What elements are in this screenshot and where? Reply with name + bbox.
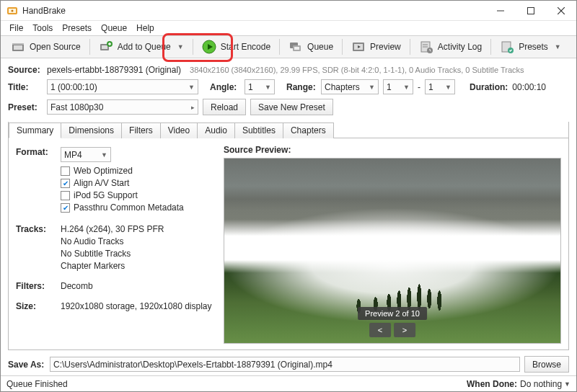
check-label: Web Optimized [74,166,133,176]
preset-label: Preset: [8,102,43,112]
menu-help[interactable]: Help [132,22,159,35]
add-to-queue-icon [99,40,113,54]
title-label: Title: [8,82,43,92]
activity-log-button[interactable]: Activity Log [413,37,488,57]
angle-label: Angle: [210,82,240,92]
start-encode-label: Start Encode [221,42,270,52]
range-to-select[interactable]: 1▼ [425,79,455,94]
queue-button[interactable]: Queue [283,37,339,57]
when-done-select[interactable]: Do nothing ▼ [520,379,571,389]
browse-button[interactable]: Browse [524,356,569,373]
preset-select[interactable]: Fast 1080p30▸ [47,99,198,115]
toolbar-separator [490,39,491,55]
menu-presets[interactable]: Presets [58,22,96,35]
status-bar: Queue Finished When Done: Do nothing ▼ [1,375,576,391]
summary-right: Source Preview: Preview 2 of 10 < > [224,145,561,344]
start-encode-button[interactable]: Start Encode [196,37,276,57]
tab-dimensions[interactable]: Dimensions [61,122,122,138]
check-align-av[interactable]: ✔Align A/V Start [61,178,184,188]
toolbar-separator [89,39,90,55]
menu-tools[interactable]: Tools [28,22,57,35]
preset-value: Fast 1080p30 [50,102,103,112]
check-label: Passthru Common Metadata [74,202,184,213]
tab-subtitles[interactable]: Subtitles [234,122,283,138]
summary-tab-body: Format: MP4▼ Web Optimized ✔Align A/V St… [9,139,568,349]
checkbox-icon [61,191,70,200]
title-value: 1 (00:00:10) [50,82,97,92]
presets-button[interactable]: Presets ▼ [494,37,567,57]
title-bar: HandBrake [1,1,576,21]
toolbar-separator [410,39,410,55]
duration-label: Duration: [470,82,508,92]
track-line: No Subtitle Tracks [61,249,164,259]
queue-label: Queue [307,42,333,52]
source-meta: 3840x2160 (3840x2160), 29.99 FPS, SDR (8… [190,66,524,74]
tab-summary[interactable]: Summary [9,122,61,138]
chevron-down-icon: ▼ [403,84,410,91]
tab-audio[interactable]: Audio [197,122,235,138]
open-source-button[interactable]: Open Source [5,37,87,57]
tab-chapters[interactable]: Chapters [283,122,334,138]
chevron-down-icon: ▼ [564,380,571,388]
tabs-panel: Summary Dimensions Filters Video Audio S… [8,122,569,350]
reload-button[interactable]: Reload [203,99,246,115]
browse-label: Browse [532,360,561,370]
source-name: pexels-ertabbt-18879391 (Original) [47,65,181,75]
range-from-select[interactable]: 1▼ [383,79,413,94]
size-label: Size: [16,301,61,311]
check-passthru[interactable]: ✔Passthru Common Metadata [61,202,184,213]
angle-select[interactable]: 1▼ [245,79,275,94]
app-icon [6,5,18,17]
tab-video[interactable]: Video [160,122,198,138]
range-mode-select[interactable]: Chapters▼ [321,79,379,94]
preview-overlay: Preview 2 of 10 < > [358,307,427,337]
source-row: Source: pexels-ertabbt-18879391 (Origina… [8,65,569,75]
svg-rect-4 [528,7,534,14]
title-row: Title: 1 (00:00:10)▼ Angle: 1▼ Range: Ch… [8,79,569,94]
title-select[interactable]: 1 (00:00:10)▼ [47,79,198,94]
activity-log-icon [419,40,433,54]
menu-queue[interactable]: Queue [97,22,131,35]
summary-left: Format: MP4▼ Web Optimized ✔Align A/V St… [16,145,218,344]
queue-icon [288,40,303,54]
tracks-label: Tracks: [16,224,61,271]
add-to-queue-button[interactable]: Add to Queue ▼ [93,37,190,57]
play-icon [202,40,216,54]
preview-prev-button[interactable]: < [369,323,391,337]
range-to: 1 [428,82,433,92]
add-to-queue-label: Add to Queue [118,42,171,52]
source-label: Source: [8,65,43,75]
duration-value: 00:00:10 [512,82,546,92]
preview-counter: Preview 2 of 10 [358,307,427,320]
filters-value: Decomb [61,281,93,291]
menu-file[interactable]: File [5,22,27,35]
when-done-value: Do nothing [520,379,562,389]
range-mode: Chapters [325,82,360,92]
range-label: Range: [286,82,317,92]
source-preview: Preview 2 of 10 < > [224,158,561,344]
minimize-button[interactable] [485,1,516,21]
save-path-input[interactable]: C:\Users\Administrator\Desktop\Pexels-Er… [50,357,520,372]
check-ipod[interactable]: iPod 5G Support [61,190,184,200]
format-select[interactable]: MP4▼ [61,147,111,162]
filters-label: Filters: [16,281,61,291]
close-button[interactable] [546,1,576,21]
range-from: 1 [387,82,392,92]
checkbox-icon: ✔ [61,203,70,213]
presets-icon [500,40,514,54]
checkbox-icon: ✔ [61,179,70,188]
check-label: Align A/V Start [74,178,129,188]
content: Source: pexels-ertabbt-18879391 (Origina… [1,58,576,353]
tab-filters[interactable]: Filters [121,122,161,138]
open-source-label: Open Source [30,42,81,52]
chevron-down-icon: ▼ [101,151,107,159]
save-preset-button[interactable]: Save New Preset [250,99,333,115]
activity-log-label: Activity Log [438,42,482,52]
reload-label: Reload [211,102,238,112]
preview-button[interactable]: Preview [345,37,407,57]
check-web-opt[interactable]: Web Optimized [61,166,184,176]
preview-next-button[interactable]: > [394,323,415,337]
maximize-button[interactable] [516,1,546,21]
svg-rect-8 [12,43,24,45]
chevron-down-icon: ▼ [265,84,271,91]
